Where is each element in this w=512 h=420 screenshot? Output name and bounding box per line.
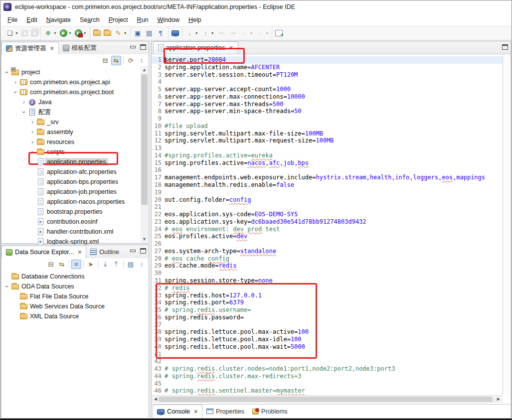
tab-problems[interactable]: Problems: [248, 405, 292, 418]
menu-search[interactable]: Search: [75, 15, 104, 25]
tab-template-config[interactable]: 模板配置: [59, 42, 101, 54]
scroll-thumb[interactable]: [159, 397, 493, 402]
tree-item-assembly[interactable]: ›assembly: [1, 127, 149, 137]
tree-item-com-primeton-eos-project-boot[interactable]: ›com.primeton.eos.project.boot: [1, 87, 149, 97]
code-line[interactable]: 15spring.profiles.active=nacos,afc,job,b…: [152, 159, 503, 167]
close-icon[interactable]: ✕: [77, 249, 82, 256]
open-type-button[interactable]: ▣: [132, 28, 144, 38]
highlighter-button[interactable]: ✎▼: [113, 28, 129, 38]
tree-item-contribution-eosinf[interactable]: Xcontribution.eosinf: [1, 217, 149, 227]
code-line[interactable]: 21: [152, 203, 503, 211]
code-line[interactable]: 29eos.cache.mode=redis: [152, 262, 503, 270]
run-button[interactable]: ▶▼: [58, 28, 73, 38]
code-line[interactable]: 1server.port=28084: [152, 56, 503, 64]
view-menu-button[interactable]: ⁝: [137, 260, 147, 269]
new-connection-button[interactable]: ➤: [86, 260, 96, 269]
code-line[interactable]: 40spring.redis.lettuce.pool.max-wait=500…: [152, 343, 503, 351]
code-line[interactable]: 31spring.session.store-type=none: [152, 277, 503, 284]
dropdown-arrow-icon[interactable]: ▼: [68, 31, 72, 35]
code-line[interactable]: 18management.health.redis.enable=false: [152, 181, 503, 189]
code-line[interactable]: 27eos.system-arch-type=standalone: [152, 248, 503, 255]
close-icon[interactable]: ✕: [50, 45, 54, 52]
maximize-icon[interactable]: [502, 44, 508, 50]
chevron-expanded-icon[interactable]: ›: [3, 283, 10, 290]
collapse-all-button[interactable]: ⊟: [46, 260, 56, 269]
code-line[interactable]: 5server.app-server.accept-count=1000: [152, 86, 503, 93]
tree-item-com-primeton-eos-project-api[interactable]: ›com.primeton.eos.project.api: [1, 77, 149, 87]
code-line[interactable]: 14#spring.profiles.active=eureka: [152, 152, 503, 159]
code-line[interactable]: 12spring.servlet.multipart.max-request-s…: [152, 137, 503, 144]
tree-item-xml-data-source[interactable]: XML Data Source: [1, 311, 149, 321]
code-line[interactable]: 30: [152, 270, 503, 277]
maximize-icon[interactable]: [140, 248, 146, 254]
tree-item-database-connections[interactable]: Database Connections: [1, 272, 149, 281]
tree-item-oda-data-sources[interactable]: ›ODA Data Sources: [1, 281, 149, 291]
tree-item-web-services-data-source[interactable]: Web Services Data Source: [1, 301, 149, 311]
dropdown-arrow-icon[interactable]: ▼: [53, 31, 57, 35]
menu-window[interactable]: Window: [153, 15, 184, 25]
menu-file[interactable]: File: [3, 15, 22, 25]
collapse-all-button[interactable]: ⊟: [100, 56, 110, 65]
chevron-expanded-icon[interactable]: ›: [20, 109, 27, 116]
code-line[interactable]: 20out.config.folder=config: [152, 196, 503, 204]
overview-ruler[interactable]: [503, 54, 511, 395]
code-line[interactable]: 9: [152, 115, 503, 123]
pin-editor-button[interactable]: [274, 29, 284, 37]
chevron-collapsed-icon[interactable]: ›: [29, 139, 36, 145]
chevron-collapsed-icon[interactable]: ›: [29, 119, 36, 126]
code-line[interactable]: 32# redis: [152, 284, 503, 292]
tree-item-bootstrap-properties[interactable]: bootstrap.properties: [1, 207, 149, 217]
code-line[interactable]: 24# eos environment: dev prod test: [152, 226, 503, 233]
code-line[interactable]: 34spring.redis.port=6379: [152, 299, 503, 306]
code-line[interactable]: 28# eos cache config: [152, 255, 503, 263]
next-edit-button[interactable]: ⇒: [227, 28, 239, 38]
close-icon[interactable]: ✕: [193, 409, 198, 415]
chevron-collapsed-icon[interactable]: ›: [12, 79, 19, 86]
code-line[interactable]: 3server.servlet.session.timeout=PT120M: [152, 71, 503, 79]
export-profile-button[interactable]: ⤒: [111, 260, 121, 269]
menu-edit[interactable]: Edit: [22, 15, 42, 25]
scroll-up-icon[interactable]: ▲: [141, 67, 148, 72]
show-whitespace-button[interactable]: ¶: [155, 28, 167, 38]
code-line[interactable]: 8server.app-server.min-space-threads=50: [152, 108, 503, 115]
code-line[interactable]: 38spring.redis.lettuce.pool.max-active=1…: [152, 328, 503, 336]
help-book-button[interactable]: ▤: [126, 260, 136, 269]
close-icon[interactable]: ✕: [229, 45, 233, 51]
menu-project[interactable]: Project: [104, 15, 133, 25]
save-all-button[interactable]: [29, 29, 39, 37]
scroll-thumb[interactable]: [141, 74, 148, 205]
chevron-collapsed-icon[interactable]: ›: [29, 129, 36, 136]
tree-item-resources[interactable]: ›resources: [1, 137, 149, 147]
open-eos-wizard-button[interactable]: [92, 29, 102, 37]
link-with-editor-button[interactable]: ⇆: [57, 260, 67, 269]
code-line[interactable]: 13: [152, 144, 503, 152]
chevron-collapsed-icon[interactable]: ›: [29, 148, 36, 155]
code-line[interactable]: 16: [152, 166, 503, 174]
forward-button[interactable]: →▼: [255, 28, 271, 38]
code-line[interactable]: 6server.app-server.max-connections=10000: [152, 93, 503, 101]
code-line[interactable]: 7server.app-server.max-threads=500: [152, 101, 503, 108]
mark-occurrences-button[interactable]: ▤: [144, 28, 155, 38]
view-menu-button[interactable]: ⁝: [137, 56, 147, 65]
code-line[interactable]: 43# spring.redis.cluster.nodes=node1:por…: [152, 365, 503, 373]
tree-item-scripts[interactable]: ›scripts: [1, 147, 149, 157]
code-line[interactable]: 2spring.application.name=AFCENTER: [152, 64, 503, 71]
code-line[interactable]: 46# spring.redis.sentinel.master=mymaste…: [152, 387, 503, 395]
tab-console[interactable]: Console ✕: [153, 405, 202, 418]
tree-item-application-job-properties[interactable]: application-job.properties: [1, 187, 149, 197]
previous-edit-button[interactable]: ⇐: [216, 28, 227, 38]
debug-button[interactable]: ❉▼: [42, 28, 58, 38]
tab-application-properties[interactable]: application.properties ✕: [153, 41, 238, 54]
tree-item-java[interactable]: ›JJava: [1, 97, 149, 107]
tab-properties[interactable]: Properties: [202, 405, 248, 418]
dropdown-arrow-icon[interactable]: ▼: [124, 31, 127, 35]
code-line[interactable]: 44# spring.redis.cluster.max-redirects=3: [152, 373, 503, 380]
code-line[interactable]: 11spring.servlet.multipart.max-file-size…: [152, 130, 503, 138]
code-editor[interactable]: 1server.port=280842spring.application.na…: [152, 54, 503, 395]
tree-item-application-properties[interactable]: application.properties: [1, 157, 149, 167]
dropdown-arrow-icon[interactable]: ▼: [15, 31, 18, 35]
menu-run[interactable]: Run: [133, 15, 153, 25]
tab-resource-explorer[interactable]: 资源管理器 ✕: [1, 42, 59, 54]
code-line[interactable]: 26: [152, 240, 503, 248]
explorer-scrollbar[interactable]: ▲ ▼: [141, 66, 148, 243]
